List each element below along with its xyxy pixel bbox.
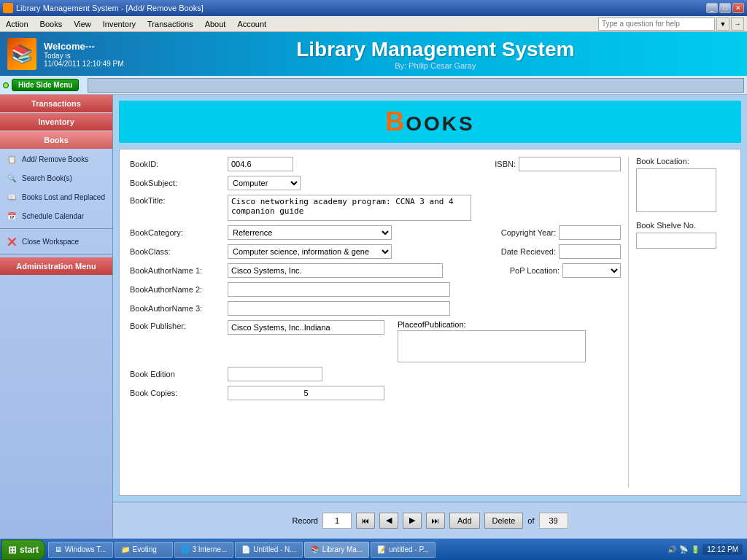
search-icon: 🔍: [6, 172, 18, 184]
book-title-label: BookTitle:: [130, 195, 225, 205]
lost-icon: 📖: [6, 191, 18, 203]
start-button[interactable]: ⊞ start: [1, 540, 45, 560]
menu-bar: Action Books View Inventory Transactions…: [0, 16, 747, 32]
app-title: Library Management System: [131, 38, 740, 61]
calendar-label: Schedule Calendar: [22, 212, 84, 220]
author2-input[interactable]: [228, 282, 450, 297]
books-title: BOOKS: [385, 112, 474, 135]
menu-transactions[interactable]: Transactions: [142, 16, 199, 31]
form-area: BookID: ISBN: BookSubject: Computer Scie…: [119, 149, 741, 496]
maximize-button[interactable]: □: [719, 3, 731, 13]
sidebar-item-lost[interactable]: 📖 Books Lost and Replaced: [0, 187, 112, 206]
menu-account[interactable]: Account: [231, 16, 272, 31]
transactions-button[interactable]: Transactions: [0, 95, 112, 112]
taskbar-item-windows[interactable]: 🖥Windows T...: [48, 542, 113, 558]
menu-view[interactable]: View: [68, 16, 97, 31]
admin-menu-button[interactable]: Administration Menu: [0, 257, 112, 275]
close-workspace-icon: ❌: [6, 236, 18, 247]
bookid-input[interactable]: [228, 157, 293, 171]
books-button[interactable]: Books: [0, 131, 112, 149]
help-go-button[interactable]: →: [731, 18, 744, 31]
taskbar-item-untitled-p[interactable]: 📝untitled - P...: [371, 542, 436, 558]
add-button[interactable]: Add: [449, 513, 480, 529]
window-controls[interactable]: _ □ ✕: [706, 3, 744, 13]
close-workspace-label: Close Workspace: [22, 238, 79, 246]
search-label: Search Book(s): [22, 174, 72, 182]
book-title-input[interactable]: Cisco networking academy program: CCNA 3…: [228, 195, 471, 221]
inventory-button[interactable]: Inventory: [0, 113, 112, 131]
taskbar-item-untitled-n[interactable]: 📄Untitled - N...: [235, 542, 302, 558]
first-record-button[interactable]: ⏮: [356, 513, 375, 529]
taskbar-items: 🖥Windows T... 📁Evoting 🌐3 Interne... 📄Un…: [45, 542, 663, 558]
author2-label: BookAuthorName 2:: [130, 285, 225, 294]
next-record-button[interactable]: ▶: [403, 513, 422, 529]
taskbar-item-internet[interactable]: 🌐3 Interne...: [174, 542, 234, 558]
book-shelve-input[interactable]: [636, 233, 716, 249]
copies-input[interactable]: [228, 386, 384, 400]
bookid-label: BookID:: [130, 160, 225, 168]
author1-input[interactable]: [228, 263, 443, 278]
sidebar-item-close[interactable]: ❌ Close Workspace: [0, 232, 112, 251]
copies-label: Book Copies:: [130, 389, 225, 397]
books-rest: OOKS: [406, 112, 474, 135]
hide-menu-button[interactable]: Hide Side Menu: [12, 79, 79, 91]
sidebar-item-calendar[interactable]: 📅 Schedule Calendar: [0, 206, 112, 225]
author-text: By: Philip Cesar Garay: [131, 61, 740, 70]
welcome-text: Welcome---: [44, 41, 124, 52]
calendar-icon: 📅: [6, 210, 18, 222]
record-input[interactable]: [322, 513, 352, 529]
date-received-label: Date Recieved:: [490, 247, 556, 256]
clock: 12:12 PM: [703, 544, 743, 555]
menu-inventory[interactable]: Inventory: [97, 16, 142, 31]
book-subject-select[interactable]: Computer Science Math: [228, 176, 301, 190]
book-category-select[interactable]: Referrence Fiction Non-Fiction: [228, 225, 392, 240]
publisher-label: Book Publisher:: [130, 320, 225, 330]
edition-input[interactable]: [228, 367, 322, 381]
author3-input[interactable]: [228, 301, 450, 316]
title-bar: Library Management System - [Add/ Remove…: [0, 0, 747, 16]
sidebar-item-add-remove[interactable]: 📋 Add/ Remove Books: [0, 149, 112, 168]
content-area: BOOKS BookID: ISBN: BookSubject: Comp: [113, 95, 747, 538]
sidebar-divider-2: [0, 254, 112, 254]
pagination-bar: Record ⏮ ◀ ▶ ⏭ Add Delete of: [113, 502, 747, 538]
place-of-pub-input[interactable]: [398, 330, 586, 362]
sidebar-item-search[interactable]: 🔍 Search Book(s): [0, 168, 112, 187]
menu-books[interactable]: Books: [34, 16, 69, 31]
help-input[interactable]: [598, 18, 715, 31]
taskbar-item-library[interactable]: 📚Library Ma...: [304, 542, 370, 558]
book-class-select[interactable]: Computer science, information & gene: [228, 244, 392, 259]
taskbar-right: 🔊 📡 🔋 12:12 PM: [663, 544, 747, 555]
minimize-button[interactable]: _: [706, 3, 718, 13]
close-button[interactable]: ✕: [732, 3, 744, 13]
book-shelve-label: Book Shelve No.: [636, 221, 730, 230]
taskbar: ⊞ start 🖥Windows T... 📁Evoting 🌐3 Intern…: [0, 538, 747, 560]
menu-action[interactable]: Action: [0, 16, 34, 31]
pop-location-label: PoP Location:: [501, 266, 560, 275]
book-location-input[interactable]: [636, 168, 716, 212]
form-left: BookID: ISBN: BookSubject: Computer Scie…: [130, 157, 621, 488]
prev-record-button[interactable]: ◀: [379, 513, 398, 529]
menu-about[interactable]: About: [199, 16, 232, 31]
pop-location-select[interactable]: [562, 263, 621, 278]
app-header: 📚 Welcome--- Today is 11/04/2011 12:10:4…: [0, 32, 747, 76]
help-dropdown-button[interactable]: ▼: [716, 18, 729, 31]
copyright-year-input[interactable]: [559, 225, 621, 240]
add-remove-icon: 📋: [6, 153, 18, 165]
date-text: 11/04/2011 12:10:49 PM: [44, 60, 124, 68]
app-icon: [3, 3, 13, 13]
sidebar: Transactions Inventory Books 📋 Add/ Remo…: [0, 95, 113, 538]
copyright-year-label: Copyright Year:: [483, 228, 556, 237]
publisher-input[interactable]: [228, 320, 384, 335]
book-icon: 📚: [7, 38, 36, 70]
title-bar-text: Library Management System - [Add/ Remove…: [16, 4, 204, 12]
of-label: of: [527, 516, 534, 525]
isbn-input[interactable]: [519, 157, 621, 171]
today-label: Today is 11/04/2011 12:10:49 PM: [44, 52, 124, 68]
sidebar-divider: [0, 228, 112, 229]
last-record-button[interactable]: ⏭: [426, 513, 445, 529]
total-records-input: [539, 513, 568, 529]
status-dot: [3, 82, 9, 88]
delete-button[interactable]: Delete: [484, 513, 524, 529]
taskbar-item-evoting[interactable]: 📁Evoting: [115, 542, 173, 558]
date-received-input[interactable]: [559, 244, 621, 259]
